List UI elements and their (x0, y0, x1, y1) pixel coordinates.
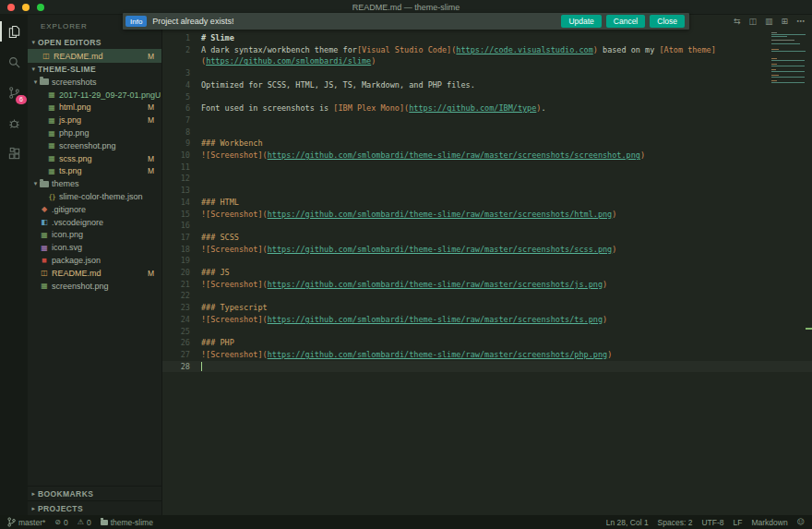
status-markdown[interactable]: Markdown (751, 518, 787, 527)
line-number: 23 (162, 302, 201, 314)
split-editor-icon[interactable] (748, 17, 757, 26)
tree-item-php-png[interactable]: php.png (28, 126, 161, 139)
update-button[interactable]: Update (561, 15, 601, 28)
editor-line-3[interactable]: 3 (162, 67, 812, 79)
activity-search-icon[interactable] (4, 53, 24, 71)
grid-layout-icon[interactable] (781, 17, 788, 26)
minimize-window-button[interactable] (22, 4, 30, 11)
close-button[interactable]: Close (650, 15, 685, 28)
editor-line-5[interactable]: 5 (162, 91, 812, 103)
tree-item-scss-png[interactable]: scss.pngM (28, 152, 161, 165)
status-utf-8[interactable]: UTF-8 (701, 518, 723, 527)
line-number: 2 (162, 44, 201, 56)
line-number: 11 (162, 162, 201, 174)
line-number: 12 (162, 173, 201, 185)
editor-line-27[interactable]: 27![Screenshot](https://github.com/smlom… (162, 349, 812, 361)
folder-section-header[interactable]: ▾ THEME-SLIME (28, 63, 161, 76)
git-status-badge: M (148, 52, 161, 61)
open-editor-item-readme[interactable]: README.md M (28, 49, 161, 63)
image-file-icon (47, 90, 56, 99)
status-folder[interactable]: theme-slime (101, 518, 153, 527)
status-lf[interactable]: LF (734, 518, 743, 527)
editor-line-23[interactable]: 23### Typescript (162, 302, 812, 314)
code-area[interactable]: 1# Slime2A dark syntax/workbench theme f… (162, 30, 812, 372)
tree-item-screenshot-png[interactable]: screenshot.png (28, 280, 161, 293)
editor-line-17[interactable]: 17### SCSS (162, 232, 812, 244)
status-label: Spaces: 2 (658, 518, 693, 527)
zoom-window-button[interactable] (37, 4, 44, 11)
more-actions-icon[interactable] (796, 17, 805, 26)
editor-line-26[interactable]: 26### PHP (162, 337, 812, 349)
editor-line-20[interactable]: 20### JS (162, 267, 812, 279)
status-spaces-2[interactable]: Spaces: 2 (658, 518, 693, 527)
tree-item-screenshot-png[interactable]: screenshot.png (28, 139, 161, 152)
section-bookmarks[interactable]: ▸BOOKMARKS (28, 486, 161, 500)
toggle-panel-icon[interactable] (765, 17, 773, 26)
editor-line-13[interactable]: 13 (162, 185, 812, 197)
close-window-button[interactable] (7, 4, 15, 11)
folder-icon (101, 520, 108, 525)
editor-line-6[interactable]: 6Font used in screenshots is [IBM Plex M… (162, 102, 812, 114)
tree-item-html-png[interactable]: html.pngM (28, 102, 161, 114)
editor-line-22[interactable]: 22 (162, 290, 812, 302)
activity-source-control-icon[interactable]: 6 (4, 83, 24, 102)
editor-line-11[interactable]: 11 (162, 162, 812, 174)
tree-item-icon-svg[interactable]: icon.svg (28, 241, 161, 254)
file-name: php.png (59, 128, 90, 138)
editor-line-19[interactable]: 19 (162, 255, 812, 267)
editor-line-1[interactable]: 1# Slime (162, 32, 812, 44)
section-projects[interactable]: ▸PROJECTS (28, 500, 161, 515)
tree-item-icon-png[interactable]: icon.png (28, 229, 161, 242)
status-error[interactable]: ⊘0 (54, 518, 67, 527)
npm-file-icon (40, 257, 49, 264)
editor-line-4[interactable]: 4Optimized for SCSS, HTML, JS, TS, Markd… (162, 79, 812, 91)
activity-explorer-icon[interactable] (4, 22, 24, 41)
editor-line-7[interactable]: 7 (162, 114, 812, 126)
tree-item-js-png[interactable]: js.pngM (28, 114, 161, 126)
open-editors-header[interactable]: ▾ OPEN EDITORS (28, 36, 161, 49)
editor-line-12[interactable]: 12 (162, 173, 812, 185)
line-text: ### Typescript (201, 302, 268, 314)
status-branch[interactable]: master* (7, 517, 45, 527)
editor-line-14[interactable]: 14### HTML (162, 197, 812, 209)
tree-item-gitignore[interactable]: .gitignore (28, 203, 161, 216)
tree-item-slime-color-theme-json[interactable]: slime-color-theme.json (28, 190, 161, 203)
editor-line-2[interactable]: 2A dark syntax/workbench theme for[Visua… (162, 44, 812, 56)
status-smiley[interactable]: ☺ (797, 518, 805, 526)
activity-extensions-icon[interactable] (4, 144, 24, 162)
tree-item-themes[interactable]: ▾themes (28, 177, 161, 190)
editor-line-28[interactable]: 28 (162, 361, 812, 373)
open-editor-file-name: README.md (54, 52, 103, 61)
tree-item-screenshots[interactable]: ▾screenshots (28, 76, 161, 89)
tree-item-ts-png[interactable]: ts.pngM (28, 165, 161, 178)
editor-line-18[interactable]: 18![Screenshot](https://github.com/smlom… (162, 244, 812, 256)
editor-line-10[interactable]: 10![Screenshot](https://github.com/smlom… (162, 150, 812, 162)
status-ln-28-col-1[interactable]: Ln 28, Col 1 (606, 518, 649, 527)
extensions-icon (7, 147, 21, 161)
activity-debug-icon[interactable] (4, 114, 24, 132)
editor-line-15[interactable]: 15![Screenshot](https://github.com/smlom… (162, 209, 812, 221)
tree-item-package-json[interactable]: package.json (28, 254, 161, 267)
image-file-icon (47, 167, 56, 175)
line-number: 21 (162, 279, 201, 291)
editor-line-25[interactable]: 25 (162, 326, 812, 338)
status-warning[interactable]: ⚠0 (78, 518, 91, 527)
minimap[interactable] (771, 32, 808, 86)
editor-line-24[interactable]: 24![Screenshot](https://github.com/smlom… (162, 314, 812, 326)
editor-area: 1# Slime2A dark syntax/workbench theme f… (162, 15, 812, 515)
editor-line-8[interactable]: 8 (162, 126, 812, 138)
line-text: ![Screenshot](https://github.com/smlomba… (201, 150, 645, 162)
tree-item-vscodeignore[interactable]: .vscodeignore (28, 216, 161, 229)
editor-content[interactable]: 1# Slime2A dark syntax/workbench theme f… (162, 30, 812, 515)
editor-line-wrap[interactable]: (https://github.com/smlombardi/slime) (162, 55, 812, 67)
image-file-icon (47, 116, 56, 125)
cancel-button[interactable]: Cancel (606, 15, 645, 28)
line-number: 7 (162, 114, 201, 126)
editor-line-16[interactable]: 16 (162, 220, 812, 232)
open-changes-icon[interactable] (734, 17, 741, 26)
line-text: # Slime (201, 32, 234, 44)
editor-line-9[interactable]: 9### Workbench (162, 138, 812, 150)
editor-line-21[interactable]: 21![Screenshot](https://github.com/smlom… (162, 279, 812, 291)
tree-item-2017-11-29-09-27-01-png[interactable]: 2017-11-29_09-27-01.pngU (28, 89, 161, 102)
tree-item-readme-md[interactable]: README.mdM (28, 267, 161, 280)
